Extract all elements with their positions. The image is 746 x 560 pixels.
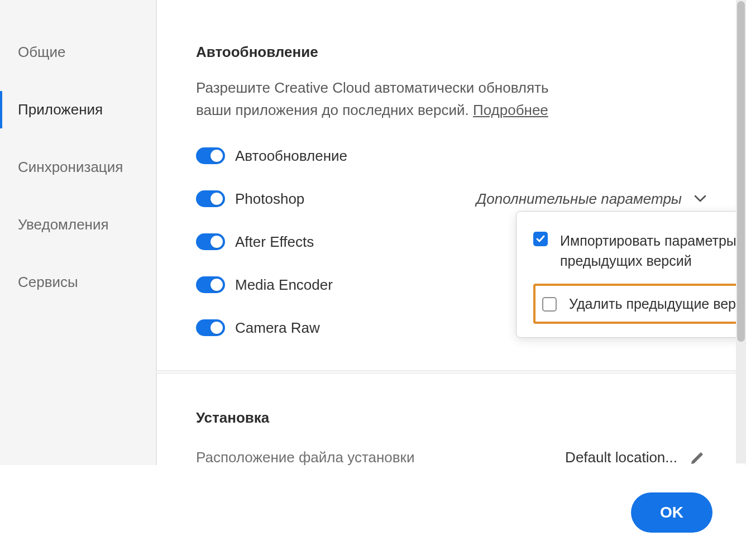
ok-button[interactable]: OK bbox=[631, 492, 712, 533]
autoupdate-title: Автообновление bbox=[196, 44, 706, 61]
cameraraw-toggle[interactable] bbox=[196, 319, 225, 336]
import-settings-checkbox[interactable] bbox=[533, 232, 548, 246]
install-title: Установка bbox=[196, 409, 706, 427]
import-settings-label: Импортировать параметры предыдущих верси… bbox=[560, 231, 746, 271]
install-location-value: Default location... bbox=[565, 449, 677, 466]
learn-more-link[interactable]: Подробнее bbox=[473, 102, 548, 118]
autoupdate-description: Разрешите Creative Cloud автоматически о… bbox=[196, 76, 576, 122]
aftereffects-label: After Effects bbox=[235, 233, 314, 251]
cameraraw-label: Camera Raw bbox=[235, 319, 320, 337]
import-settings-row: Импортировать параметры предыдущих верси… bbox=[533, 231, 746, 271]
install-location-label: Расположение файла установки bbox=[196, 449, 415, 466]
remove-old-highlight: Удалить предыдущие версии bbox=[533, 284, 746, 324]
sidebar-item-sync[interactable]: Синхронизация bbox=[0, 149, 156, 186]
footer: OK bbox=[0, 465, 746, 560]
install-panel: Установка Расположение файла установки D… bbox=[156, 373, 746, 466]
scrollbar-thumb[interactable] bbox=[737, 1, 745, 342]
scrollbar-track[interactable] bbox=[736, 0, 746, 463]
toggle-row-master: Автообновление bbox=[196, 147, 706, 165]
advanced-options-link[interactable]: Дополнительные параметры bbox=[476, 190, 706, 208]
pencil-icon[interactable] bbox=[690, 449, 706, 466]
photoshop-label: Photoshop bbox=[235, 190, 304, 208]
sidebar-item-general[interactable]: Общие bbox=[0, 33, 156, 71]
remove-old-checkbox[interactable] bbox=[542, 297, 557, 312]
toggle-row-photoshop: Photoshop Дополнительные параметры bbox=[196, 190, 706, 208]
sidebar-item-notifications[interactable]: Уведомления bbox=[0, 206, 156, 243]
advanced-options-label: Дополнительные параметры bbox=[476, 190, 682, 208]
chevron-down-icon bbox=[694, 195, 706, 203]
photoshop-toggle[interactable] bbox=[196, 190, 225, 207]
mediaencoder-toggle[interactable] bbox=[196, 276, 225, 293]
sidebar-item-services[interactable]: Сервисы bbox=[0, 264, 156, 301]
sidebar-item-apps[interactable]: Приложения bbox=[0, 91, 156, 128]
aftereffects-toggle[interactable] bbox=[196, 233, 225, 250]
settings-window: Общие Приложения Синхронизация Уведомлен… bbox=[0, 0, 746, 560]
advanced-options-popover: Импортировать параметры предыдущих верси… bbox=[516, 211, 746, 338]
install-location-row: Расположение файла установки Default loc… bbox=[196, 449, 706, 466]
autoupdate-master-label: Автообновление bbox=[235, 147, 347, 165]
remove-old-label: Удалить предыдущие версии bbox=[569, 294, 746, 314]
mediaencoder-label: Media Encoder bbox=[235, 276, 333, 294]
autoupdate-master-toggle[interactable] bbox=[196, 147, 225, 164]
